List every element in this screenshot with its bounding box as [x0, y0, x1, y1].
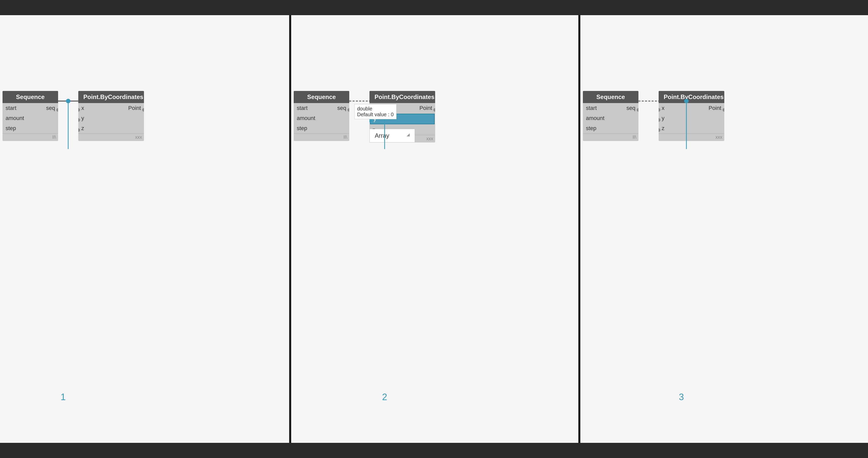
seq-step-row-2: step	[294, 123, 349, 133]
point-z-port-left-3[interactable]	[659, 128, 660, 132]
sequence-node-3: Sequence start seq amount step II\	[583, 91, 639, 141]
seq-step-label-3: step	[586, 125, 596, 132]
point-x-row-3: x Point	[659, 103, 724, 113]
point-node-3-title: Point.ByCoordinates	[659, 91, 724, 103]
seq-amount-row-3: amount	[583, 113, 639, 123]
point-y-label-1: y	[81, 115, 84, 122]
point-y-row-3: y	[659, 113, 724, 123]
point-node-1-title: Point.ByCoordinates	[78, 91, 144, 103]
tooltip-2: double Default value : 0	[354, 104, 397, 119]
point-output-label-2: Point	[420, 105, 432, 112]
point-node-2-title: Point.ByCoordinates	[370, 91, 435, 103]
sequence-node-3-title: Sequence	[583, 91, 639, 103]
array-box-2: Array ◢	[370, 129, 415, 143]
seq-output-label-3: seq	[626, 105, 636, 112]
seq-amount-label-3: amount	[586, 115, 604, 122]
point-node-1-body: x Point y z	[78, 103, 144, 133]
point-output-port-3[interactable]	[722, 108, 724, 112]
seq-amount-row-2: amount	[294, 113, 349, 123]
panel-3: Sequence start seq amount step II\ Point…	[580, 15, 868, 443]
tooltip-double: double	[357, 106, 394, 112]
wire-svg-1	[0, 15, 289, 443]
point-output-label-3: Point	[709, 105, 721, 112]
seq-output-port-1[interactable]	[56, 108, 58, 112]
wire-svg-2	[291, 15, 578, 443]
sequence-node-1-title: Sequence	[2, 91, 58, 103]
point-z-label-1: z	[81, 125, 84, 132]
seq-amount-label-1: amount	[5, 115, 24, 122]
seq-step-row-3: step	[583, 123, 639, 133]
seq-start-label-3: start	[586, 105, 597, 112]
array-label-2: Array	[375, 132, 389, 139]
point-y-row-1: y	[78, 113, 144, 123]
point-x-port-left-3[interactable]	[659, 108, 660, 112]
sequence-node-1: Sequence start seq amount step II\	[2, 91, 58, 141]
seq-start-row-2: start seq	[294, 103, 349, 113]
seq-step-row-1: step	[2, 123, 58, 133]
seq-amount-row-1: amount	[2, 113, 58, 123]
point-node-1-footer: xxx	[78, 133, 144, 141]
point-y-port-left-3[interactable]	[659, 118, 660, 122]
point-node-3: Point.ByCoordinates x Point y z xxx	[659, 91, 724, 141]
seq-start-row-1: start seq	[2, 103, 58, 113]
point-output-port-2[interactable]	[433, 108, 435, 112]
divider-1	[289, 0, 291, 458]
point-y-port-left-2[interactable]	[370, 119, 372, 123]
array-expand-icon[interactable]: ◢	[407, 132, 410, 137]
step-number-2: 2	[382, 392, 387, 402]
point-node-1: Point.ByCoordinates x Point y z xxx	[78, 91, 144, 141]
point-z-row-1: z	[78, 123, 144, 133]
step-number-3: 3	[679, 392, 684, 402]
seq-start-label-1: start	[5, 105, 17, 112]
point-node-3-footer: xxx	[659, 133, 724, 141]
point-x-row-1: x Point	[78, 103, 144, 113]
seq-start-label-2: start	[297, 105, 308, 112]
wire-svg-3	[580, 15, 868, 443]
panel-2: Sequence start seq amount step II\ Point…	[291, 15, 578, 443]
seq-output-label-1: seq	[46, 105, 55, 112]
sequence-node-3-footer: II\	[583, 133, 639, 141]
point-output-label-1: Point	[128, 105, 141, 112]
point-x-port-left-1[interactable]	[78, 108, 80, 112]
seq-start-row-3: start seq	[583, 103, 639, 113]
point-z-port-left-1[interactable]	[78, 128, 80, 132]
sequence-node-1-footer: II\	[2, 133, 58, 141]
point-x-label-1: x	[81, 105, 84, 112]
seq-output-port-2[interactable]	[347, 108, 349, 112]
panel-1: Sequence start seq amount step II\ Point…	[0, 15, 289, 443]
divider-2	[578, 0, 580, 458]
seq-step-label-1: step	[5, 125, 16, 132]
seq-output-label-2: seq	[337, 105, 346, 112]
point-x-label-3: x	[662, 105, 664, 112]
point-y-label-3: y	[662, 115, 664, 122]
point-y-port-left-1[interactable]	[78, 118, 80, 122]
seq-amount-label-2: amount	[297, 115, 315, 122]
point-output-port-1[interactable]	[142, 108, 144, 112]
bottom-bar	[0, 443, 868, 458]
step-number-1: 1	[61, 392, 66, 402]
sequence-node-3-body: start seq amount step	[583, 103, 639, 133]
point-z-row-3: z	[659, 123, 724, 133]
sequence-node-2-title: Sequence	[294, 91, 349, 103]
seq-step-label-2: step	[297, 125, 307, 132]
sequence-node-2-footer: II\	[294, 133, 349, 141]
sequence-node-2-body: start seq amount step	[294, 103, 349, 133]
point-node-3-body: x Point y z	[659, 103, 724, 133]
sequence-node-2: Sequence start seq amount step II\	[294, 91, 349, 141]
seq-output-port-3[interactable]	[637, 108, 639, 112]
tooltip-default: Default value : 0	[357, 112, 394, 118]
sequence-node-1-body: start seq amount step	[2, 103, 58, 133]
point-z-label-3: z	[662, 125, 664, 132]
wire-dot-1	[66, 99, 70, 103]
top-bar	[0, 0, 868, 15]
